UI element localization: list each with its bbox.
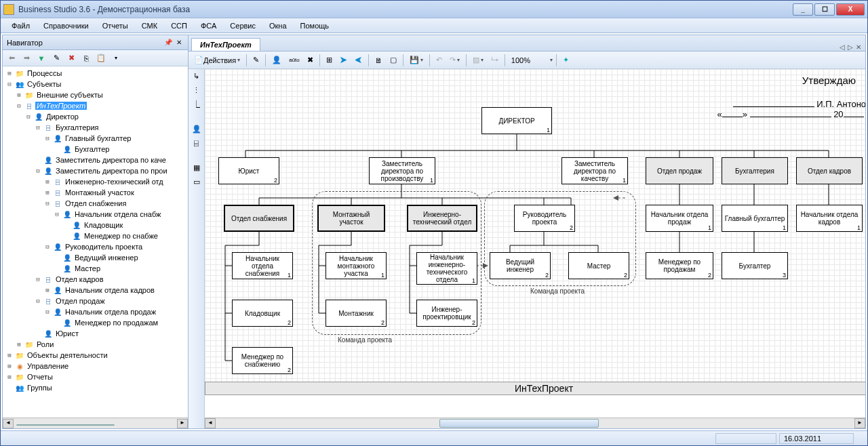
tree-expand-icon[interactable]: ⊞ [5, 373, 14, 380]
box-nach-supply[interactable]: Начальник отдела снабжения1 [232, 252, 293, 279]
tab-close-icon[interactable]: ✕ [856, 43, 861, 51]
link-left-icon[interactable]: ⮜ [352, 54, 365, 67]
box-zam-qual[interactable]: Заместитель директора по качеству1 [561, 157, 628, 184]
tree-item-9[interactable]: ⊟👤Заместитель директора по прои [3, 165, 188, 176]
tree-item-20[interactable]: ⊞👤Начальник отдела кадров [3, 285, 188, 296]
tree-expand-icon[interactable]: ⊟ [34, 276, 42, 283]
canvas-scroll-thumb[interactable] [439, 419, 599, 428]
export-icon[interactable]: ⮡ [488, 54, 501, 67]
edit-icon[interactable]: ✎ [50, 52, 62, 64]
tree-item-1[interactable]: ⊟👥Субъекты [3, 79, 188, 89]
redo-icon[interactable]: ↷▾ [447, 54, 462, 67]
tree-item-16[interactable]: ⊟👤Руководитель проекта [3, 241, 188, 252]
hierarchy-icon[interactable]: 👤 [269, 54, 284, 67]
box-jurist[interactable]: Юрист2 [218, 157, 279, 184]
zoom-select[interactable]: 100% [509, 54, 547, 67]
auto-icon[interactable]: aūto [286, 54, 302, 67]
box-supply-dept[interactable]: Отдел снабжения [224, 205, 294, 232]
tree-expand-icon[interactable]: ⊟ [53, 211, 61, 218]
tb-person-icon[interactable]: 👤 [192, 125, 201, 134]
menu-6[interactable]: Сервис [223, 22, 262, 30]
tree-item-4[interactable]: ⊟👤Директор [3, 111, 188, 122]
funnel-icon[interactable]: ▼ [35, 52, 47, 64]
box-nach-hr[interactable]: Начальник отдела кадров1 [796, 205, 863, 232]
box-sales-dept[interactable]: Отдел продаж [646, 157, 713, 184]
forward-icon[interactable]: ➡ [20, 52, 33, 64]
wizard-icon[interactable]: ✦ [560, 54, 572, 67]
menu-8[interactable]: Помощь [294, 22, 336, 30]
canvas-container[interactable]: Утверждаю И.П. Антонов «» 20 г. ДИРЕКТОР… [205, 69, 865, 418]
tree-expand-icon[interactable]: ⊞ [5, 70, 14, 77]
box-nach-sales[interactable]: Начальник отдела продаж1 [646, 205, 713, 232]
tree-item-11[interactable]: ⊞⌸Монтажный участок [3, 187, 188, 198]
minimize-button[interactable]: _ [793, 3, 813, 16]
navigator-scrollbar[interactable]: ◄ ► [3, 418, 188, 428]
tree-expand-icon[interactable]: ⊟ [24, 113, 33, 120]
tree-item-23[interactable]: 👤Менеджер по продажам [3, 317, 188, 328]
tree-expand-icon[interactable]: ⊟ [34, 298, 42, 304]
tree-item-26[interactable]: ⊞📁Объекты деятельности [3, 350, 188, 361]
tree-node-icon[interactable]: ⊞ [323, 54, 335, 67]
tree-item-19[interactable]: ⊟⌸Отдел кадров [3, 274, 188, 285]
undo-icon[interactable]: ↶ [433, 54, 445, 67]
tb-branch-icon[interactable]: ⎿ [193, 100, 200, 108]
tab-prev-icon[interactable]: ◁ [840, 43, 845, 51]
edit-tool-icon[interactable]: ✎ [250, 54, 262, 67]
tree-item-21[interactable]: ⊟⌸Отдел продаж [3, 296, 188, 306]
close-panel-icon[interactable]: ✕ [174, 38, 184, 47]
blank-icon[interactable]: ▢ [387, 54, 399, 67]
tree-item-17[interactable]: 👤Ведущий инженер [3, 252, 188, 263]
dropdown-icon[interactable]: ▾ [110, 52, 122, 64]
tree-item-5[interactable]: ⊟⌸Бухгалтерия [3, 122, 188, 133]
canvas-scroll-left-icon[interactable]: ◄ [205, 418, 216, 428]
tree-item-12[interactable]: ⊟⌸Отдел снабжения [3, 198, 188, 209]
tree-item-13[interactable]: ⊟👤Начальник отдела снабж [3, 209, 188, 220]
tab-next-icon[interactable]: ▷ [848, 43, 853, 51]
pin-icon[interactable]: 📌 [163, 38, 173, 47]
tree-item-8[interactable]: 👤Заместитель директора по каче [3, 155, 188, 165]
tree-expand-icon[interactable]: ⊞ [15, 341, 23, 348]
box-buh-dept[interactable]: Бухгалтерия [722, 157, 788, 184]
box-mgr-supply[interactable]: Менеджер по снабжению2 [232, 347, 293, 374]
tree-expand-icon[interactable]: ⊟ [43, 200, 52, 207]
tb-shape-icon[interactable]: ▭ [193, 178, 200, 186]
org-chart-canvas[interactable]: Утверждаю И.П. Антонов «» 20 г. ДИРЕКТОР… [205, 69, 865, 394]
menu-7[interactable]: Окна [262, 22, 294, 30]
tree-item-15[interactable]: 👤Менеджер по снабже [3, 230, 188, 241]
back-icon[interactable]: ⬅ [5, 52, 18, 64]
link-right-icon[interactable]: ⮞ [337, 54, 350, 67]
tb-orgchart-icon[interactable]: ⌸ [194, 139, 199, 147]
box-mgr-sales[interactable]: Менеджер по продажам2 [646, 252, 713, 279]
box-hr-dept[interactable]: Отдел кадров [796, 157, 863, 184]
tree-expand-icon[interactable]: ⊞ [5, 363, 14, 369]
close-button[interactable]: X [836, 3, 865, 16]
layers-icon[interactable]: ▨▾ [470, 54, 486, 67]
tree-item-27[interactable]: ⊞◉Управление [3, 361, 188, 371]
tree-expand-icon[interactable]: ⊞ [43, 287, 52, 293]
tree-item-22[interactable]: ⊟👤Начальник отдела продаж [3, 306, 188, 317]
tb-dotline-icon[interactable]: ⋮ [193, 86, 200, 95]
tree-expand-icon[interactable]: ⊟ [43, 243, 52, 250]
canvas-scroll-right-icon[interactable]: ► [854, 418, 865, 428]
box-klad[interactable]: Кладовщик2 [232, 300, 293, 327]
tree-item-25[interactable]: ⊞📁Роли [3, 339, 188, 350]
box-gl-buh[interactable]: Главный бухгалтер1 [722, 205, 788, 232]
maximize-button[interactable]: ☐ [814, 3, 835, 16]
menu-3[interactable]: СМК [135, 22, 164, 30]
menu-4[interactable]: ССП [164, 22, 194, 30]
tree-item-3[interactable]: ⊟⌸ИнТехПроект [3, 100, 188, 111]
tree-expand-icon[interactable]: ⊟ [34, 167, 42, 174]
tree-item-18[interactable]: 👤Мастер [3, 263, 188, 274]
paste-icon[interactable]: 📋 [95, 52, 107, 64]
tb-connector-icon[interactable]: ↳ [193, 72, 199, 81]
copy-icon[interactable]: ⎘ [80, 52, 92, 64]
scroll-left-icon[interactable]: ◄ [3, 419, 14, 428]
tree-item-29[interactable]: 👥Группы [3, 382, 188, 393]
actions-button[interactable]: 📄 Действия▾ [191, 54, 243, 67]
zoom-dd-icon[interactable]: ▾ [550, 57, 553, 63]
tree-item-2[interactable]: ⊞📁Внешние субъекты [3, 89, 188, 100]
tree-item-10[interactable]: ⊞⌸Инженерно-технический отд [3, 176, 188, 187]
tb-grid-icon[interactable]: ▦ [193, 163, 200, 172]
menu-1[interactable]: Справочники [37, 22, 96, 30]
doc-icon[interactable]: 🗎 [372, 54, 385, 67]
